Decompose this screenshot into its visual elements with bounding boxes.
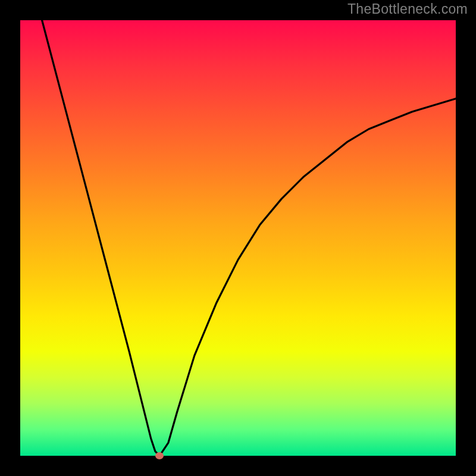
bottleneck-curve	[20, 20, 456, 456]
plot-area	[20, 20, 456, 456]
chart-frame: TheBottleneck.com	[0, 0, 476, 476]
watermark-label: TheBottleneck.com	[347, 1, 468, 17]
optimum-marker	[155, 452, 164, 459]
